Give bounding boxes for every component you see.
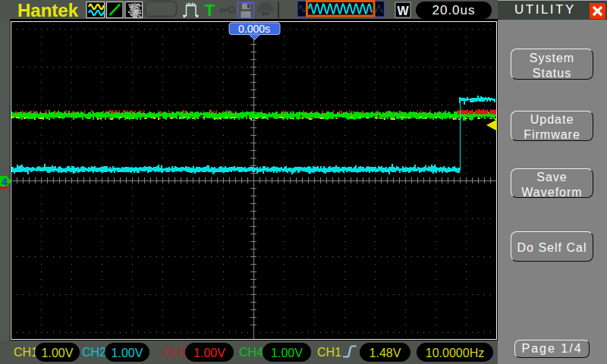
svg-text:0.000s: 0.000s: [238, 23, 270, 35]
svg-text:T: T: [205, 1, 215, 20]
svg-text:4: 4: [2, 176, 8, 188]
svg-text:W: W: [397, 5, 409, 17]
